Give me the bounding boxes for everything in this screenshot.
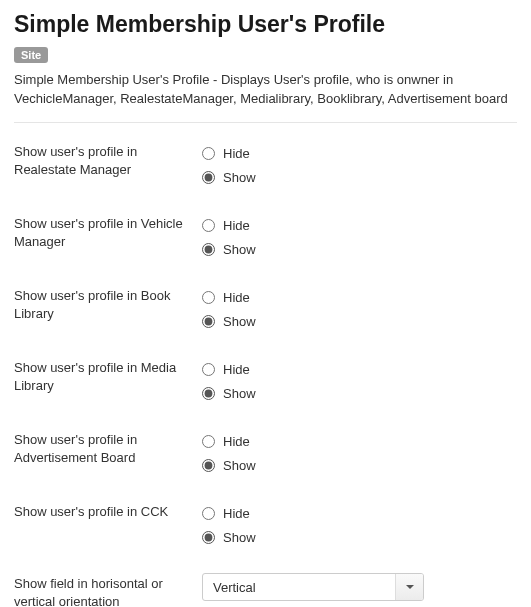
page-description: Simple Membership User's Profile - Displ… — [14, 71, 517, 109]
orientation-select[interactable]: Vertical — [202, 573, 424, 601]
radio-input-hide[interactable] — [202, 363, 215, 376]
radio-label: Show — [223, 530, 256, 545]
field-label: Show user's profile in Vehicle Manager — [14, 213, 202, 250]
radio-input-hide[interactable] — [202, 291, 215, 304]
radio-input-show[interactable] — [202, 171, 215, 184]
site-badge: Site — [14, 47, 48, 63]
radio-label: Hide — [223, 218, 250, 233]
field-row: Show user's profile in Media LibraryHide… — [14, 357, 517, 405]
radio-input-show[interactable] — [202, 243, 215, 256]
page-title: Simple Membership User's Profile — [14, 10, 517, 39]
radio-input-show[interactable] — [202, 531, 215, 544]
radio-label: Hide — [223, 146, 250, 161]
radio-label: Hide — [223, 506, 250, 521]
radio-label: Show — [223, 170, 256, 185]
radio-option-hide[interactable]: Hide — [202, 213, 517, 237]
field-row: Show user's profile in CCKHideShow — [14, 501, 517, 549]
divider — [14, 122, 517, 123]
radio-option-show[interactable]: Show — [202, 453, 517, 477]
radio-input-show[interactable] — [202, 459, 215, 472]
field-label: Show user's profile in CCK — [14, 501, 202, 521]
radio-input-hide[interactable] — [202, 507, 215, 520]
radio-label: Hide — [223, 434, 250, 449]
radio-option-hide[interactable]: Hide — [202, 429, 517, 453]
radio-label: Show — [223, 386, 256, 401]
radio-input-hide[interactable] — [202, 435, 215, 448]
field-label: Show user's profile in Advertisement Boa… — [14, 429, 202, 466]
radio-input-show[interactable] — [202, 387, 215, 400]
radio-option-hide[interactable]: Hide — [202, 141, 517, 165]
field-row-orientation: Show field in horisontal or vertical ori… — [14, 573, 517, 607]
radio-label: Show — [223, 314, 256, 329]
radio-option-show[interactable]: Show — [202, 525, 517, 549]
field-row: Show user's profile in Book LibraryHideS… — [14, 285, 517, 333]
radio-option-show[interactable]: Show — [202, 381, 517, 405]
chevron-down-icon — [395, 574, 423, 600]
orientation-select-value: Vertical — [203, 574, 395, 600]
radio-label: Hide — [223, 362, 250, 377]
field-label-orientation: Show field in horisontal or vertical ori… — [14, 573, 202, 607]
radio-option-show[interactable]: Show — [202, 237, 517, 261]
radio-option-show[interactable]: Show — [202, 309, 517, 333]
field-label: Show user's profile in Media Library — [14, 357, 202, 394]
field-row: Show user's profile in Advertisement Boa… — [14, 429, 517, 477]
radio-input-hide[interactable] — [202, 147, 215, 160]
radio-input-hide[interactable] — [202, 219, 215, 232]
radio-input-show[interactable] — [202, 315, 215, 328]
field-label: Show user's profile in Realestate Manage… — [14, 141, 202, 178]
field-label: Show user's profile in Book Library — [14, 285, 202, 322]
field-row: Show user's profile in Vehicle ManagerHi… — [14, 213, 517, 261]
field-row: Show user's profile in Realestate Manage… — [14, 141, 517, 189]
radio-label: Show — [223, 458, 256, 473]
radio-option-hide[interactable]: Hide — [202, 357, 517, 381]
radio-label: Hide — [223, 290, 250, 305]
radio-label: Show — [223, 242, 256, 257]
radio-option-hide[interactable]: Hide — [202, 501, 517, 525]
radio-option-hide[interactable]: Hide — [202, 285, 517, 309]
radio-option-show[interactable]: Show — [202, 165, 517, 189]
